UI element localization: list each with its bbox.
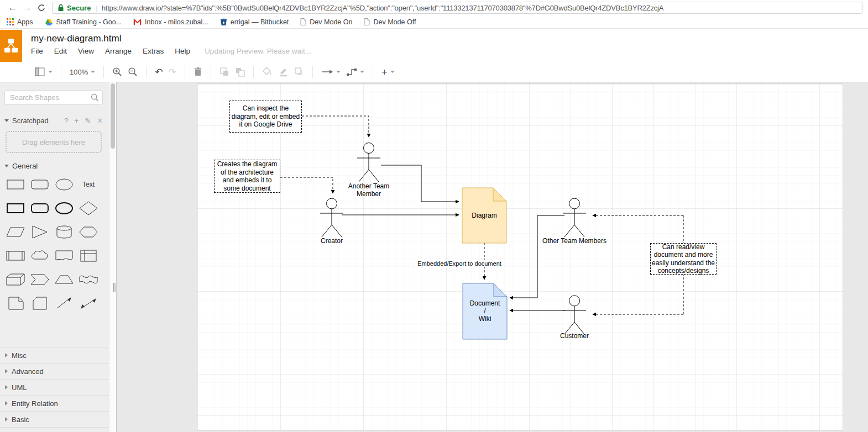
sidebar-item-misc[interactable]: Misc	[0, 347, 109, 363]
fill-color-button[interactable]	[259, 65, 275, 79]
redo-button[interactable]: ↷	[166, 65, 179, 79]
bookmark-staff-training[interactable]: Staff Training - Goo...	[45, 18, 122, 26]
shape-hexagon[interactable]	[76, 223, 101, 241]
search-input[interactable]	[4, 90, 103, 105]
scrollbar-thumb[interactable]	[111, 83, 115, 149]
shape-rounded-rectangle-bold[interactable]	[28, 199, 52, 217]
plus-icon: +	[381, 67, 388, 77]
insert-button[interactable]: +	[379, 65, 398, 79]
edge-annotation-to-another-team-member[interactable]	[302, 116, 369, 137]
security-badge[interactable]: Secure	[67, 4, 91, 12]
actor-label-another-team-member: Another Team Member	[336, 182, 402, 198]
diagram-canvas[interactable]: Can inspect the diagram, edit or embed i…	[117, 82, 868, 432]
actor-creator[interactable]	[320, 198, 343, 237]
shape-step[interactable]	[28, 271, 52, 288]
shape-trapezoid[interactable]	[52, 271, 76, 288]
shape-rectangle-bold[interactable]	[3, 199, 28, 217]
status-text: Updating Preview. Please wait...	[205, 47, 311, 55]
scratchpad-header[interactable]: Scratchpad ? + ✎ ✕	[4, 117, 103, 125]
annotation-creates[interactable]: Creates the diagram of the architecture …	[214, 160, 280, 193]
page-view-button[interactable]	[32, 65, 55, 79]
shape-text[interactable]: Text	[76, 176, 101, 193]
expand-triangle-icon	[5, 385, 8, 389]
bookmark-inbox[interactable]: Inbox - milos.zubal...	[133, 18, 208, 26]
menu-extras[interactable]: Extras	[143, 47, 164, 55]
expand-triangle-icon	[5, 353, 8, 357]
zoom-in-button[interactable]	[109, 65, 125, 79]
back-button[interactable]: ←	[6, 1, 20, 14]
line-color-button[interactable]	[275, 65, 291, 79]
note-label-document-wiki: Document / Wiki	[463, 299, 507, 323]
address-bar[interactable]: Secure | https://www.draw.io/?state=%7B"…	[52, 2, 862, 14]
edge-other-team-members-to-document[interactable]	[510, 215, 564, 298]
shape-triangle[interactable]	[28, 223, 52, 241]
annotation-inspect[interactable]: Can inspect the diagram, edit or embed i…	[229, 101, 302, 133]
shape-parallelogram[interactable]	[3, 223, 28, 241]
delete-button[interactable]	[191, 65, 205, 79]
bookmark-bitbucket[interactable]: errigal — Bitbucket	[220, 18, 289, 26]
close-icon[interactable]: ✕	[97, 117, 103, 125]
shadow-button[interactable]	[291, 65, 307, 79]
drawio-logo-icon	[3, 34, 19, 58]
shape-cube[interactable]	[3, 271, 28, 288]
actor-other-team-members[interactable]	[563, 198, 586, 237]
section-general[interactable]: General	[4, 162, 103, 170]
zoom-out-button[interactable]	[125, 65, 140, 79]
actor-another-team-member[interactable]	[357, 143, 380, 182]
sidebar-item-entity-relation[interactable]: Entity Relation	[0, 395, 109, 411]
shape-cylinder[interactable]	[52, 223, 76, 241]
menu-edit[interactable]: Edit	[54, 47, 67, 55]
actor-label-customer: Customer	[541, 332, 608, 340]
waypoints-button[interactable]	[343, 65, 367, 79]
shape-tape[interactable]	[76, 271, 101, 288]
menu-file[interactable]: File	[31, 47, 43, 55]
shape-ellipse-bold[interactable]	[52, 199, 76, 217]
bookmark-dev-mode-on[interactable]: Dev Mode On	[300, 18, 352, 26]
shape-note[interactable]	[3, 294, 28, 312]
sidebar-item-advanced[interactable]: Advanced	[0, 363, 109, 379]
expand-triangle-icon	[5, 417, 8, 422]
shape-directional-line[interactable]	[52, 294, 76, 312]
google-drive-icon	[45, 18, 53, 26]
sidebar-item-uml[interactable]: UML	[0, 379, 109, 395]
scratchpad-dropzone[interactable]: Drag elements here	[6, 131, 102, 153]
chevron-down-icon	[91, 71, 95, 73]
to-back-button[interactable]	[232, 65, 248, 79]
sidebar-collapse-handle[interactable]	[113, 283, 118, 292]
help-icon[interactable]: ?	[64, 117, 68, 125]
edge-annotation-to-creator[interactable]	[280, 177, 333, 193]
actor-customer[interactable]	[563, 296, 586, 334]
url-text[interactable]: https://www.draw.io/?state=%7B"ids":%5B"…	[102, 4, 663, 12]
shape-document[interactable]	[52, 247, 76, 265]
to-front-button[interactable]	[217, 65, 232, 79]
waypoints-icon	[346, 67, 357, 76]
redo-icon: ↷	[169, 67, 176, 77]
shape-card[interactable]	[28, 294, 52, 312]
zoom-level-button[interactable]: 100%	[67, 65, 98, 79]
shape-bidirectional-line[interactable]	[76, 294, 101, 312]
shape-rounded-rectangle[interactable]	[28, 176, 52, 193]
shape-cloud[interactable]	[28, 247, 52, 265]
sidebar-scrollbar[interactable]	[109, 82, 116, 432]
undo-button[interactable]: ↶	[152, 65, 165, 79]
sidebar-item-basic[interactable]: Basic	[0, 411, 109, 427]
connection-style-button[interactable]	[318, 65, 343, 79]
annotation-read-view[interactable]: Can read/view document and more easily u…	[650, 243, 717, 275]
shape-internal-storage[interactable]	[76, 247, 101, 265]
zoom-level-value: 100%	[70, 68, 88, 76]
reload-button[interactable]	[34, 1, 49, 14]
sidebar-item-flowchart[interactable]: Flowchart	[0, 427, 109, 432]
bookmark-apps[interactable]: Apps	[7, 18, 33, 26]
forward-button[interactable]: →	[20, 1, 34, 14]
shape-diamond[interactable]	[76, 199, 101, 217]
shape-ellipse[interactable]	[52, 176, 76, 193]
menu-help[interactable]: Help	[175, 47, 190, 55]
menu-view[interactable]: View	[78, 47, 94, 55]
edit-icon[interactable]: ✎	[85, 117, 91, 125]
fill-color-icon	[262, 67, 273, 77]
add-icon[interactable]: +	[75, 117, 79, 125]
shape-rectangle[interactable]	[3, 176, 28, 193]
bookmark-dev-mode-off[interactable]: Dev Mode Off	[364, 18, 416, 26]
menu-arrange[interactable]: Arrange	[105, 47, 132, 55]
shape-process[interactable]	[3, 247, 28, 265]
